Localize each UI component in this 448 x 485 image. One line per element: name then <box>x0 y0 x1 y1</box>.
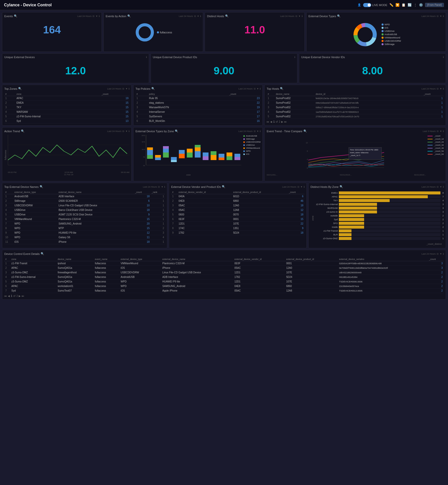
toggle-pill[interactable] <box>363 3 371 7</box>
ext-names-filter2-icon[interactable]: ▼ <box>161 186 163 188</box>
user-icon[interactable]: 👤 <box>358 3 361 7</box>
top-hosts-filter2-icon[interactable]: ▼ <box>440 87 442 90</box>
table-row: 1Rule 9523 <box>135 96 261 101</box>
distinct-hosts-filter-icon[interactable]: ⊟ <box>295 15 297 17</box>
from-panel-button[interactable]: [From Panel] <box>425 3 444 7</box>
table-row: 3USBCDDVDRWLinux File-CD Gadget USB Devi… <box>4 203 165 208</box>
ext-types-search-icon[interactable]: 🔍 <box>337 14 341 18</box>
hbar-label: APAC <box>315 195 338 198</box>
unique-product-info-icon[interactable]: ℹ <box>294 56 295 58</box>
top-hosts-search-icon[interactable]: 🔍 <box>280 87 284 90</box>
dhz-header: Distinct Hosts By Zone 🔍 Last 24 Hours ⊟… <box>311 185 444 188</box>
action-trend-subtitle: Last 24 Hours <box>107 130 121 133</box>
dhz-filter-icon[interactable]: ⊟ <box>437 186 439 188</box>
ext-names-info-icon[interactable]: ℹ <box>164 186 165 188</box>
events-search-icon[interactable]: 🔍 <box>14 14 17 18</box>
unique-vendor-info-icon[interactable]: ℹ <box>443 56 444 58</box>
vendor-product-filter-icon[interactable]: ⊟ <box>297 186 299 188</box>
dce-search-icon[interactable]: 🔍 <box>41 252 44 255</box>
action-trend-filter-icon[interactable]: ⊟ <box>122 130 124 133</box>
vendor-product-info-icon[interactable]: ℹ <box>304 186 304 188</box>
unique-devices-title: Unique External Devices <box>4 56 35 59</box>
next-page-icon[interactable]: ▶ <box>281 120 283 123</box>
top-zones-filter2-icon[interactable]: ▼ <box>125 87 128 90</box>
copy-icon[interactable]: 📋 <box>402 3 406 7</box>
dhz-info-icon[interactable]: ℹ <box>443 186 444 188</box>
dhz-filter2-icon[interactable]: ▼ <box>440 186 442 188</box>
filter-icon[interactable]: 🔽 <box>395 3 399 7</box>
top-hosts-filter-icon[interactable]: ⊟ <box>437 87 439 90</box>
svg-text:5: 5 <box>143 156 145 158</box>
dce-col-device: device_name <box>57 257 94 261</box>
svg-rect-30 <box>163 152 169 158</box>
action-trend-filter2-icon[interactable]: ▼ <box>125 130 128 133</box>
more-icon[interactable]: ⋮ <box>414 3 417 7</box>
hbar-track <box>339 222 440 225</box>
dhz-search-icon[interactable]: 🔍 <box>340 185 343 188</box>
ext-names-filter-icon[interactable]: ⊟ <box>158 186 160 188</box>
action-trend-search-icon[interactable]: 🔍 <box>21 129 25 133</box>
distinct-hosts-filter2-icon[interactable]: ▼ <box>298 15 301 17</box>
dce-first-icon[interactable]: ⏮ <box>4 295 7 297</box>
ext-types-filter-icon[interactable]: ⊟ <box>437 15 439 17</box>
top-policies-info-icon[interactable]: ℹ <box>260 87 261 90</box>
action-trend-chart-area: 0 5 10 15 06:00 PM 12:00 AM 06:00 AM 21 … <box>8 135 129 175</box>
distinct-hosts-info-icon[interactable]: ℹ <box>302 15 302 17</box>
hbar-fill <box>339 233 351 236</box>
table-row: 5z2-FW-Sumo-Internal15 <box>4 114 129 119</box>
events-action-filter-icon[interactable]: ⊟ <box>194 15 196 17</box>
svg-rect-48 <box>227 156 232 160</box>
events-action-info-icon[interactable]: ℹ <box>200 15 201 17</box>
live-mode-toggle[interactable]: LIVE MODE <box>363 3 387 7</box>
svg-rect-31 <box>163 149 169 152</box>
ext-zone-search-icon[interactable]: 🔍 <box>175 129 178 133</box>
count4d-label: _count_4d <box>434 147 444 149</box>
events-action-search-icon[interactable]: 🔍 <box>127 14 131 18</box>
first-page-icon[interactable]: ⏮ <box>267 120 269 123</box>
refresh-icon[interactable]: 🔄 <box>408 3 412 7</box>
hbar-row: outside 2 <box>315 214 444 217</box>
ext-zone-info-icon[interactable]: ℹ <box>260 130 261 133</box>
top-zones-search-icon[interactable]: 🔍 <box>18 87 22 90</box>
event-trend-info-icon[interactable]: ℹ <box>443 130 444 133</box>
top-policies-search-icon[interactable]: 🔍 <box>151 87 155 90</box>
last-page-icon[interactable]: ⏭ <box>284 120 287 123</box>
top-hosts-info-icon[interactable]: ℹ <box>443 87 444 90</box>
dce-last-icon[interactable]: ⏭ <box>22 295 24 297</box>
distinct-hosts-search-icon[interactable]: 🔍 <box>225 14 229 18</box>
table-row: 4WARSAW15 <box>4 110 129 114</box>
events-action-filter2-icon[interactable]: ▼ <box>197 15 199 17</box>
settings-icon[interactable]: ⚙️ <box>419 3 423 7</box>
events-filter2-icon[interactable]: ▼ <box>96 15 98 17</box>
ext-types-filter2-icon[interactable]: ▼ <box>440 15 442 17</box>
vendor-product-search-icon[interactable]: 🔍 <box>222 185 225 188</box>
unique-devices-info-icon[interactable]: ℹ <box>146 56 147 58</box>
ext-names-search-icon[interactable]: 🔍 <box>40 185 43 188</box>
edit-icon[interactable]: ✏️ <box>389 3 393 7</box>
top-policies-filter-icon[interactable]: ⊟ <box>254 87 256 90</box>
event-trend-filter2-icon[interactable]: ▼ <box>440 130 442 133</box>
dce-info-icon[interactable]: ℹ <box>443 253 444 255</box>
dce-filter2-icon[interactable]: ▼ <box>440 253 442 255</box>
top-policies-filter2-icon[interactable]: ▼ <box>257 87 259 90</box>
ext-zone-filter-icon[interactable]: ⊟ <box>254 130 256 133</box>
ext-types-info-icon[interactable]: ℹ <box>443 15 444 17</box>
dhz-chart: EMEA 8 APAC 7 TKY 4 z2-FW-Sumo-Internal … <box>315 190 444 246</box>
top-zones-filter-icon[interactable]: ⊟ <box>122 87 124 90</box>
top-zones-info-icon[interactable]: ℹ <box>129 87 129 90</box>
svg-rect-41 <box>195 145 201 147</box>
event-trend-filter-icon[interactable]: ⊟ <box>437 130 439 133</box>
events-info-icon[interactable]: ℹ <box>99 15 100 17</box>
event-trend-search-icon[interactable]: 🔍 <box>303 129 307 133</box>
prev-page-icon[interactable]: ◀ <box>270 120 272 123</box>
top-policies-subtitle: Last 24 Hours <box>239 87 253 90</box>
dce-col-vendor: external_device_vendor_id <box>233 257 285 261</box>
events-filter-icon[interactable]: ⊟ <box>92 15 95 17</box>
ext-zone-subtitle: Last 24 Hours <box>239 130 253 133</box>
ext-zone-filter2-icon[interactable]: ▼ <box>257 130 259 133</box>
vendor-product-filter2-icon[interactable]: ▼ <box>300 186 303 188</box>
dce-filter-icon[interactable]: ⊟ <box>437 253 439 255</box>
dce-next-icon[interactable]: ▶ <box>19 295 21 297</box>
action-trend-info-icon[interactable]: ℹ <box>129 130 129 133</box>
dce-prev-icon[interactable]: ◀ <box>8 295 10 297</box>
